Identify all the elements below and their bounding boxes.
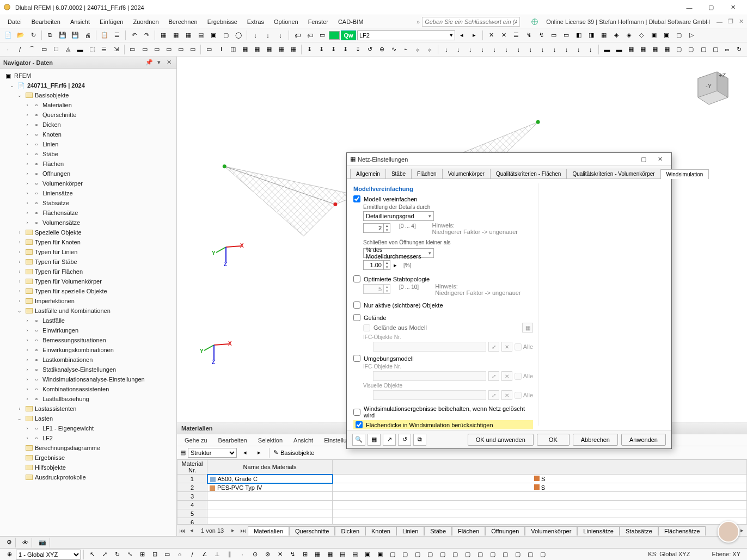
maximize-button[interactable]: ▢	[700, 1, 722, 15]
tb2-46-icon[interactable]: ↓	[561, 44, 572, 56]
bottom-tab[interactable]: Linien	[396, 526, 424, 536]
tb1n-icon[interactable]: ▣	[648, 29, 660, 41]
spin-pct-input[interactable]	[364, 261, 383, 269]
bottom-tab[interactable]: Stabsätze	[620, 526, 658, 536]
grid3-icon[interactable]: ▦	[182, 29, 194, 41]
wizard-icon[interactable]: 📋	[99, 29, 111, 41]
mesh-icon[interactable]: ▤	[195, 29, 207, 41]
list-icon[interactable]: ☰	[111, 29, 123, 41]
tree-item[interactable]: ›Spezielle Objekte	[0, 227, 176, 237]
tree-toggle[interactable]: ›	[24, 435, 30, 441]
tb2-09-icon[interactable]: ☰	[99, 44, 110, 56]
tree-item[interactable]: ›▫Lastfallbeziehung	[0, 394, 176, 404]
sb-06-icon[interactable]: ⊡	[149, 549, 161, 561]
tree-item[interactable]: ›Lastassistenten	[0, 404, 176, 414]
sb-22-icon[interactable]: ▤	[349, 549, 361, 561]
tb2-05-icon[interactable]: ☐	[50, 44, 62, 56]
tree-item[interactable]: ›▫Liniensätze	[0, 188, 176, 198]
menu-datei[interactable]: Datei	[3, 17, 26, 27]
tb2-02-icon[interactable]: /	[14, 44, 26, 56]
menu-bearbeiten[interactable]: Bearbeiten	[27, 17, 65, 27]
tree-toggle[interactable]: ›	[24, 367, 30, 372]
copy-icon[interactable]: ⧉	[44, 29, 56, 41]
tree-item[interactable]: ›▫LF2	[0, 433, 176, 443]
tb1e-icon[interactable]: ↯	[535, 29, 547, 41]
tb2-55-icon[interactable]: ▢	[673, 44, 685, 56]
dtab-flaechen[interactable]: Flächen	[411, 169, 443, 179]
bottom-tab[interactable]: Dicken	[335, 526, 365, 536]
tree-toggle[interactable]: ›	[24, 347, 30, 353]
navigator-tree[interactable]: ▣RFEM ⌄📄240711_FF.rf6 | 2024 ⌄Basisobjek…	[0, 69, 176, 536]
tb1o-icon[interactable]: ▣	[660, 29, 672, 41]
tab-first-icon[interactable]: ⏮	[177, 527, 187, 534]
menu-berechnen[interactable]: Berechnen	[164, 17, 202, 27]
prev-page-icon[interactable]: ◂	[239, 447, 251, 459]
sb-34-icon[interactable]: ▢	[499, 549, 511, 561]
lf-tag[interactable]: Qw	[341, 30, 356, 40]
status-cs-icon[interactable]: ⊕	[3, 549, 15, 561]
next-lf-icon[interactable]: ▸	[468, 29, 480, 41]
table-cell[interactable]: S	[333, 475, 747, 483]
tb1f-icon[interactable]: ▭	[548, 29, 560, 41]
tree-toggle[interactable]: ›	[24, 141, 30, 147]
navigation-cube[interactable]: -Y+Z	[687, 62, 736, 111]
sb-33-icon[interactable]: ▢	[487, 549, 499, 561]
tree-basisobjekte[interactable]: Basisobjekte	[35, 92, 69, 99]
save-icon[interactable]: 💾	[57, 29, 69, 41]
tree-item[interactable]: ›▫Windsimulationsanalyse-Einstellungen	[0, 374, 176, 384]
sb-19-icon[interactable]: ▦	[311, 549, 323, 561]
table-row-nr[interactable]: 5	[177, 509, 207, 518]
bottom-tab[interactable]: Öffnungen	[485, 526, 525, 536]
sb-11-icon[interactable]: ⊥	[211, 549, 223, 561]
sb-21-icon[interactable]: ▤	[336, 549, 348, 561]
tree-toggle[interactable]: ›	[24, 210, 30, 216]
tree-item[interactable]: ›▫Stabsätze	[0, 198, 176, 208]
bottom-tab[interactable]: Volumenkörper	[525, 526, 577, 536]
bottom-menu-bearbeiten[interactable]: Bearbeiten	[214, 436, 252, 445]
tb2-47-icon[interactable]: ↓	[573, 44, 584, 56]
tree-item[interactable]: ›▫Lastfälle	[0, 316, 176, 325]
combo-pct[interactable]: % des Modelldurchmessers	[363, 248, 434, 258]
tree-item[interactable]: ›▫Volumensätze	[0, 218, 176, 227]
tb2-06-icon[interactable]: ◬	[62, 44, 74, 56]
tab-last-icon[interactable]: ⏭	[238, 527, 248, 534]
tb2-28-icon[interactable]: ↧	[340, 44, 351, 56]
keyword-search-input[interactable]	[422, 17, 520, 27]
tree-lasten[interactable]: Lasten	[35, 415, 53, 422]
tree-item[interactable]: ›Typen für Linien	[0, 247, 176, 257]
dlg-copy-icon[interactable]: ⧉	[413, 434, 426, 446]
tb2-39-icon[interactable]: ↓	[476, 44, 488, 56]
spin-detail-input[interactable]	[364, 224, 383, 232]
tree-toggle[interactable]: ›	[16, 230, 23, 235]
lf-select[interactable]: LF2▾	[357, 30, 455, 40]
tb1m-icon[interactable]: ◇	[635, 29, 647, 41]
saveall-icon[interactable]: 💾	[69, 29, 81, 41]
sb-04-icon[interactable]: ⤡	[124, 549, 136, 561]
new-icon[interactable]: 📄	[2, 29, 14, 41]
cs-select[interactable]: 1 - Global XYZ	[16, 550, 81, 559]
sb-16-icon[interactable]: ✕	[274, 549, 286, 561]
refresh-icon[interactable]: ↻	[27, 29, 39, 41]
tb2-45-icon[interactable]: ↓	[549, 44, 560, 56]
sb-29-icon[interactable]: ▢	[437, 549, 449, 561]
tab-next-icon[interactable]: ▸	[228, 527, 238, 534]
spin-detail[interactable]: ▴▾	[363, 223, 390, 233]
tree-toggle[interactable]: ›	[16, 269, 23, 274]
table-cell-name[interactable]	[207, 492, 333, 501]
tree-toggle[interactable]: ›	[16, 406, 23, 411]
dtab-allgemein[interactable]: Allgemein	[350, 169, 386, 179]
status-camera-icon[interactable]: 📷	[35, 538, 50, 547]
table-cell-name[interactable]: PES-PVC Typ IV	[207, 483, 333, 492]
tree-item[interactable]: Ausdruckprotokolle	[0, 472, 176, 482]
minimize-button[interactable]: ―	[678, 1, 700, 15]
tb2-23-icon[interactable]: ▦	[275, 44, 287, 56]
tb2-60-icon[interactable]: ↻	[733, 44, 745, 56]
tree-item[interactable]: ›▫Dicken	[0, 120, 176, 130]
bottom-tab[interactable]: Knoten	[365, 526, 396, 536]
tree-toggle[interactable]: ›	[24, 328, 30, 333]
sb-30-icon[interactable]: ▢	[449, 549, 461, 561]
bottom-tab[interactable]: Liniensätze	[577, 526, 620, 536]
sb-02-icon[interactable]: ⤢	[99, 549, 111, 561]
tb2-21-icon[interactable]: ▦	[252, 44, 263, 56]
table-cell-name[interactable]: A500, Grade C	[207, 475, 333, 483]
